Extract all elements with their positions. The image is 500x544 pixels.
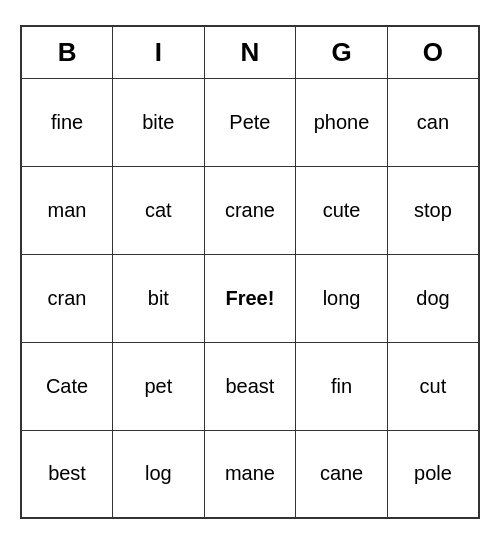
bingo-cell-2-4: dog	[387, 254, 479, 342]
bingo-header-row: BINGO	[21, 26, 479, 78]
bingo-cell-3-3: fin	[296, 342, 388, 430]
bingo-cell-1-1: cat	[113, 166, 205, 254]
bingo-cell-4-0: best	[21, 430, 113, 518]
bingo-row-2: cranbitFree!longdog	[21, 254, 479, 342]
bingo-cell-2-3: long	[296, 254, 388, 342]
bingo-cell-4-1: log	[113, 430, 205, 518]
bingo-cell-1-2: crane	[204, 166, 296, 254]
bingo-cell-4-2: mane	[204, 430, 296, 518]
bingo-cell-0-1: bite	[113, 78, 205, 166]
bingo-cell-1-3: cute	[296, 166, 388, 254]
header-col-g: G	[296, 26, 388, 78]
bingo-cell-2-0: cran	[21, 254, 113, 342]
bingo-row-3: Catepetbeastfincut	[21, 342, 479, 430]
bingo-cell-2-1: bit	[113, 254, 205, 342]
bingo-cell-2-2: Free!	[204, 254, 296, 342]
bingo-cell-1-4: stop	[387, 166, 479, 254]
bingo-cell-4-3: cane	[296, 430, 388, 518]
header-col-n: N	[204, 26, 296, 78]
bingo-cell-4-4: pole	[387, 430, 479, 518]
bingo-card: BINGO finebitePetephonecanmancatcranecut…	[20, 25, 480, 519]
bingo-cell-0-3: phone	[296, 78, 388, 166]
bingo-cell-0-4: can	[387, 78, 479, 166]
header-col-o: O	[387, 26, 479, 78]
bingo-cell-0-0: fine	[21, 78, 113, 166]
bingo-row-4: bestlogmanecanepole	[21, 430, 479, 518]
bingo-cell-1-0: man	[21, 166, 113, 254]
bingo-cell-3-4: cut	[387, 342, 479, 430]
bingo-row-1: mancatcranecutestop	[21, 166, 479, 254]
bingo-cell-0-2: Pete	[204, 78, 296, 166]
bingo-cell-3-0: Cate	[21, 342, 113, 430]
bingo-row-0: finebitePetephonecan	[21, 78, 479, 166]
header-col-i: I	[113, 26, 205, 78]
bingo-cell-3-1: pet	[113, 342, 205, 430]
header-col-b: B	[21, 26, 113, 78]
bingo-cell-3-2: beast	[204, 342, 296, 430]
